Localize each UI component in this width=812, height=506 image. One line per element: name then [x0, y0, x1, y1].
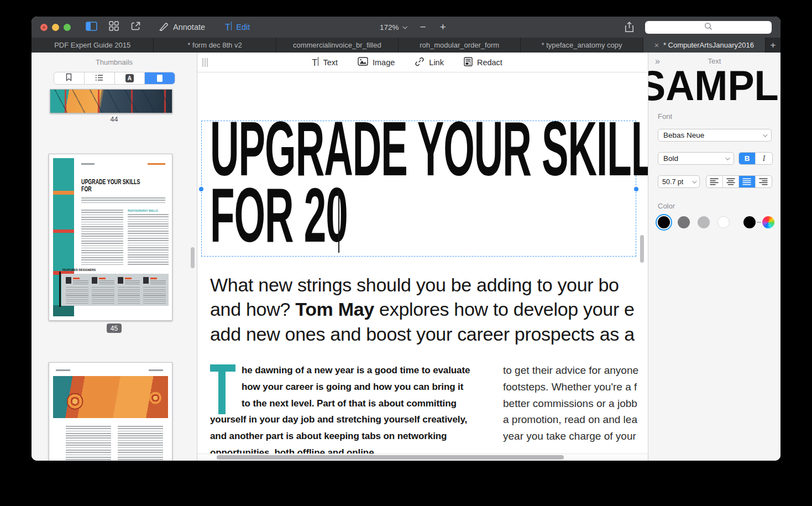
zoom-out-button[interactable]: − [420, 21, 426, 33]
body-line: to get their advice for anyone [503, 362, 642, 379]
thumb45-featured-box [61, 274, 169, 306]
body-line: he dawning of a new year is a good time … [210, 362, 497, 379]
edit-label: Edit [236, 23, 250, 32]
align-left-button[interactable] [706, 176, 723, 187]
horizontal-scrollbar-thumb[interactable] [217, 455, 564, 460]
resize-handle-left[interactable] [199, 187, 203, 191]
title-bar: Annotate T Edit 172% − + [32, 17, 780, 38]
close-button[interactable] [40, 24, 48, 31]
thumb45-subhead: PHOTOGRAPHY SKILLS [128, 210, 158, 212]
chevron-down-icon [402, 24, 407, 29]
thumb46-column2-lines [118, 426, 163, 461]
page-thumbnail-45[interactable]: UPGRADE YOUR SKILLS FOR PHOTOGRAPHY SKIL… [49, 154, 172, 321]
annotations-view-button[interactable]: A [115, 72, 145, 84]
italic-button[interactable]: I [756, 153, 772, 164]
font-sample-text: SAMPLE [648, 70, 780, 103]
zoom-in-button[interactable]: + [440, 21, 446, 33]
zoom-level-dropdown[interactable]: 172% [380, 23, 406, 32]
color-section-label: Color [658, 202, 675, 210]
thumb45-header-bar [81, 163, 95, 165]
font-section-label: Font [658, 112, 672, 121]
thumb45-featured-label: FEATURED DESIGNERS [62, 268, 96, 272]
thumb45-header-bar [148, 163, 165, 165]
zoom-level-value: 172% [380, 23, 399, 32]
collapse-panel-icon[interactable]: » [655, 56, 660, 66]
tab-computer-arts-active[interactable]: × * ComputerArtsJanuary2016 [643, 38, 766, 53]
body-column-1: he dawning of a new year is a good time … [210, 362, 497, 461]
share-icon[interactable] [625, 22, 634, 35]
color-swatch-dark-gray[interactable] [678, 216, 690, 228]
fullscreen-button[interactable] [64, 24, 71, 31]
align-center-button[interactable] [723, 176, 740, 187]
body-line: and another part is about keeping tabs o… [210, 428, 497, 445]
annotate-button[interactable]: Annotate [158, 22, 205, 33]
font-size-dropdown[interactable]: 50.7 pt [658, 175, 700, 188]
thumb45-intro-lines [81, 197, 165, 205]
body-line: footsteps. Whether you're a f [503, 379, 642, 395]
thumbnails-sidebar: Thumbnails A 44 [32, 53, 197, 461]
add-image-button[interactable]: Image [358, 57, 395, 67]
vertical-scrollbar[interactable] [640, 235, 644, 263]
tab-close-icon[interactable]: × [654, 41, 659, 50]
justify-button[interactable] [739, 176, 756, 187]
sidebar-toggle-icon[interactable] [86, 22, 97, 33]
add-link-button[interactable]: Link [415, 57, 444, 68]
thumb46-header-bar [56, 369, 70, 371]
export-icon[interactable] [130, 21, 141, 33]
swatch-connector [757, 222, 761, 223]
bookmark-icon [65, 73, 72, 84]
text-tool-label: Text [323, 58, 338, 67]
body-column-2: to get their advice for anyone footsteps… [503, 362, 642, 445]
chevron-down-icon [725, 155, 730, 160]
text-edit-icon: T [225, 22, 232, 33]
font-style-dropdown[interactable]: Bold [658, 152, 734, 165]
thumb45-featured-rule [59, 272, 61, 307]
image-tool-icon [358, 57, 368, 67]
sidebar-scrollbar[interactable] [191, 247, 195, 268]
tab-label: PDF Expert Guide 2015 [54, 41, 130, 49]
link-tool-icon [415, 57, 425, 68]
page-thumbnail-44[interactable] [50, 89, 172, 113]
new-tab-button[interactable]: + [766, 38, 780, 53]
edit-mode-button[interactable]: T Edit [225, 22, 250, 33]
redact-button[interactable]: Redact [464, 57, 502, 68]
tab-label: * ComputerArtsJanuary2016 [663, 41, 754, 49]
image-tool-label: Image [373, 58, 395, 67]
tab-pdf-expert-guide[interactable]: PDF Expert Guide 2015 [32, 38, 154, 53]
app-window: Annotate T Edit 172% − + PDF Expert Guid… [32, 17, 780, 461]
color-swatch-black-selected[interactable] [658, 216, 670, 228]
link-tool-label: Link [429, 58, 444, 67]
grid-view-icon[interactable] [109, 21, 119, 33]
font-family-dropdown[interactable]: Bebas Neue [658, 129, 772, 142]
text-cursor [338, 191, 339, 253]
tab-roh-order-form[interactable]: roh_modular_order_form [399, 38, 521, 53]
font-family-value: Bebas Neue [663, 131, 704, 139]
document-headline[interactable]: UPGRADE YOUR SKILLS FOR 20 [210, 116, 648, 248]
bookmarks-view-button[interactable] [54, 72, 85, 84]
page-thumbnail-46[interactable] [49, 362, 172, 461]
chevron-down-icon [692, 179, 696, 183]
add-text-button[interactable]: T Text [312, 57, 338, 68]
thumbnails-view-button[interactable] [145, 72, 175, 84]
tab-typeface-anatomy[interactable]: * typeface_anatomy copy [521, 38, 643, 53]
document-canvas[interactable]: T Text Image Link [197, 53, 648, 461]
toolbar-drag-handle[interactable] [202, 58, 208, 67]
minimize-button[interactable] [52, 24, 59, 31]
body-line: yourself in your day job and stretching … [210, 411, 497, 428]
page-number-45-wrap: 45 [32, 324, 197, 332]
annotate-label: Annotate [173, 23, 205, 32]
color-swatch-white[interactable] [717, 216, 730, 228]
document-intro: What new strings should you be adding to… [210, 273, 635, 346]
thumb46-header-bar [149, 369, 163, 371]
color-wheel-picker[interactable] [762, 216, 774, 228]
search-input[interactable] [645, 21, 772, 34]
align-right-button[interactable] [756, 176, 772, 187]
bold-button[interactable]: B [739, 153, 756, 164]
thumb45-headline: UPGRADE YOUR SKILLS FOR [81, 179, 140, 193]
outline-view-button[interactable] [85, 72, 115, 84]
color-swatch-custom-black[interactable] [743, 216, 756, 228]
color-swatch-light-gray[interactable] [698, 216, 710, 228]
tab-form-dec[interactable]: * form dec 8th v2 [154, 38, 276, 53]
horizontal-scrollbar-track[interactable] [197, 453, 648, 461]
tab-commercial-invoice[interactable]: commercialinvoice_br_filled [276, 38, 399, 53]
